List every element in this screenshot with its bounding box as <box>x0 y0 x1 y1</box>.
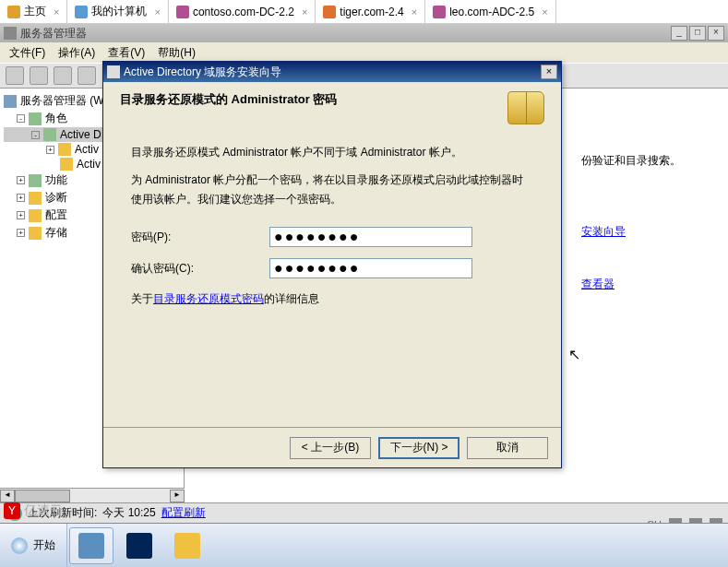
vm-icon <box>433 6 446 18</box>
dsrm-info-link[interactable]: 目录服务还原模式密码 <box>153 292 264 305</box>
vm-icon <box>176 6 189 18</box>
viewer-link[interactable]: 查看器 <box>581 278 615 290</box>
powershell-icon <box>126 533 152 559</box>
storage-icon <box>29 227 42 240</box>
dialog-header: 目录服务还原模式的 Administrator 密码 <box>103 82 561 134</box>
ad-install-wizard-dialog: Active Directory 域服务安装向导 × 目录服务还原模式的 Adm… <box>102 61 562 468</box>
wizard-icon <box>107 65 120 78</box>
snap-icon <box>60 158 73 171</box>
tree-label: 功能 <box>45 172 67 188</box>
browser-tab-leo[interactable]: leo.com-ADC-2.5 × <box>425 0 555 23</box>
tree-label: Activ <box>75 143 99 156</box>
tab-label: tiger.com-2.4 <box>340 6 403 18</box>
tree-label: 存储 <box>45 225 67 241</box>
close-icon[interactable]: × <box>54 6 59 18</box>
menu-bar: 文件(F) 操作(A) 查看(V) 帮助(H) <box>0 42 728 63</box>
forward-button[interactable] <box>30 66 48 85</box>
scroll-left-button[interactable]: ◄ <box>0 490 15 502</box>
dialog-paragraph-2: 为 Administrator 帐户分配一个密码，将在以目录服务还原模式启动此域… <box>131 171 533 208</box>
menu-help[interactable]: 帮助(H) <box>152 43 201 63</box>
browser-tab-tiger[interactable]: tiger.com-2.4 × <box>316 0 425 23</box>
tree-label: 服务器管理器 (W <box>20 93 104 109</box>
install-wizard-link[interactable]: 安装向导 <box>581 225 626 238</box>
book-icon <box>507 91 544 124</box>
browser-tab-strip: 主页 × 我的计算机 × contoso.com-DC-2.2 × tiger.… <box>0 0 728 24</box>
window-controls: _ □ × <box>671 26 724 41</box>
dialog-close-button[interactable]: × <box>541 65 557 79</box>
windows-orb-icon <box>11 537 28 554</box>
tab-label: 我的计算机 <box>91 4 147 19</box>
role-icon <box>43 128 56 141</box>
next-button[interactable]: 下一步(N) > <box>378 437 459 459</box>
tree-scrollbar[interactable]: ◄ ► <box>0 488 185 502</box>
explorer-icon <box>174 533 200 559</box>
tab-label: leo.com-ADC-2.5 <box>449 6 534 18</box>
back-button[interactable]: < 上一步(B) <box>290 437 371 459</box>
feature-icon <box>29 174 42 187</box>
confirm-password-label: 确认密码(C): <box>131 259 269 278</box>
refresh-button[interactable] <box>54 66 72 85</box>
tab-label: contoso.com-DC-2.2 <box>193 6 294 18</box>
menu-view[interactable]: 查看(V) <box>102 43 150 63</box>
watermark-logo-icon: Y <box>4 502 20 519</box>
role-icon <box>29 112 42 125</box>
task-powershell[interactable] <box>117 527 161 564</box>
close-icon[interactable]: × <box>542 6 547 18</box>
watermark: Y 亿速云 <box>4 502 63 519</box>
dialog-paragraph-1: 目录服务还原模式 Administrator 帐户不同于域 Administra… <box>131 143 533 161</box>
watermark-text: 亿速云 <box>24 502 63 519</box>
expand-icon[interactable]: + <box>17 176 25 184</box>
expand-icon[interactable]: + <box>17 229 25 237</box>
password-row: 密码(P): <box>131 227 533 247</box>
collapse-icon[interactable]: - <box>17 114 25 123</box>
browser-tab-mycomputer[interactable]: 我的计算机 × <box>67 0 168 23</box>
expand-icon[interactable]: + <box>46 146 54 154</box>
menu-action[interactable]: 操作(A) <box>53 43 101 63</box>
confirm-password-input[interactable] <box>269 258 472 278</box>
close-button[interactable]: × <box>708 26 724 41</box>
window-title: 服务器管理器 <box>20 26 87 41</box>
app-icon <box>4 27 17 40</box>
browser-tab-home[interactable]: 主页 × <box>0 0 67 23</box>
status-time: 今天 10:25 <box>102 505 155 521</box>
task-server-manager[interactable] <box>69 527 113 564</box>
close-icon[interactable]: × <box>412 6 417 18</box>
server-icon <box>4 95 17 108</box>
expand-icon[interactable]: + <box>17 211 25 219</box>
configure-refresh-link[interactable]: 配置刷新 <box>161 505 206 521</box>
browser-tab-contoso[interactable]: contoso.com-DC-2.2 × <box>169 0 316 23</box>
config-icon <box>29 209 42 222</box>
back-button[interactable] <box>6 66 24 85</box>
folder-icon <box>58 143 71 156</box>
close-icon[interactable]: × <box>302 6 307 18</box>
password-input[interactable] <box>269 227 472 247</box>
dialog-heading: 目录服务还原模式的 Administrator 密码 <box>120 91 337 108</box>
minimize-button[interactable]: _ <box>671 26 687 41</box>
maximize-button[interactable]: □ <box>689 26 706 41</box>
start-label: 开始 <box>33 537 55 553</box>
tree-label: 角色 <box>45 111 67 126</box>
computer-icon <box>75 6 88 18</box>
scroll-right-button[interactable]: ► <box>170 490 185 502</box>
start-button[interactable]: 开始 <box>0 524 67 567</box>
password-label: 密码(P): <box>131 228 269 246</box>
dialog-body: 目录服务还原模式 Administrator 帐户不同于域 Administra… <box>103 134 561 327</box>
close-icon[interactable]: × <box>154 6 160 18</box>
tree-label: Active D <box>60 128 101 141</box>
diag-icon <box>29 192 42 205</box>
vm-icon <box>323 6 336 18</box>
tree-label: 配置 <box>45 207 67 223</box>
task-explorer[interactable] <box>165 527 209 564</box>
dialog-titlebar[interactable]: Active Directory 域服务安装向导 × <box>103 62 561 82</box>
menu-file[interactable]: 文件(F) <box>4 43 51 63</box>
confirm-password-row: 确认密码(C): <box>131 258 533 278</box>
tree-label: Activ <box>77 158 101 171</box>
tab-label: 主页 <box>24 4 46 19</box>
help-button[interactable] <box>78 66 96 85</box>
cancel-button[interactable]: 取消 <box>467 437 548 459</box>
home-icon <box>7 6 20 18</box>
expand-icon[interactable]: + <box>17 194 25 202</box>
dialog-footer: < 上一步(B) 下一步(N) > 取消 <box>103 427 561 467</box>
scroll-thumb[interactable] <box>15 490 70 502</box>
collapse-icon[interactable]: - <box>31 131 40 139</box>
